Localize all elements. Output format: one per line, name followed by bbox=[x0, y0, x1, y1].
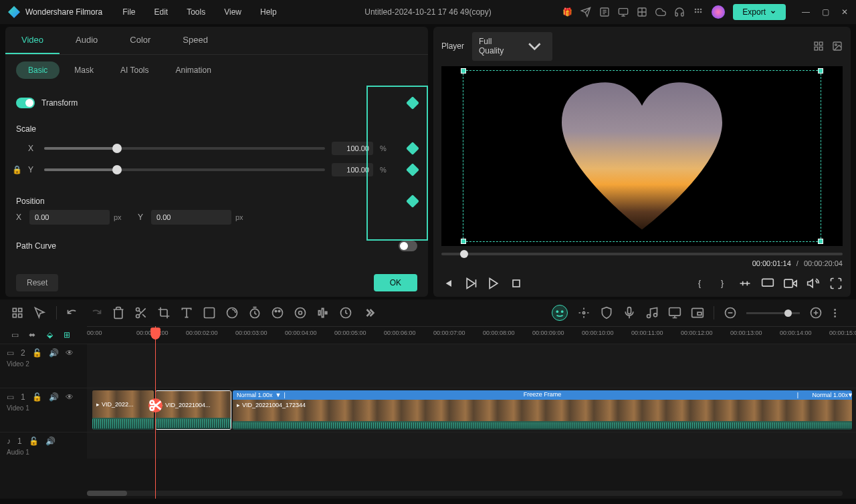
track-lock-icon[interactable]: 🔓 bbox=[32, 348, 42, 358]
tab-video[interactable]: Video bbox=[5, 27, 60, 54]
scale-x-input[interactable] bbox=[332, 142, 373, 155]
track-visibility-icon[interactable]: 👁 bbox=[66, 392, 74, 402]
preview-viewport[interactable] bbox=[441, 66, 843, 246]
desktop-icon[interactable] bbox=[618, 7, 629, 17]
prev-frame-button[interactable] bbox=[441, 277, 455, 290]
reset-button[interactable]: Reset bbox=[16, 274, 58, 291]
text-icon[interactable] bbox=[180, 306, 193, 320]
track-content-video-1[interactable]: ▸VID_2022... ▸VID_20221004... Normal 1.0… bbox=[87, 388, 856, 432]
select-tool-icon[interactable] bbox=[11, 306, 24, 320]
redo-icon[interactable] bbox=[89, 306, 102, 320]
clip-2-selected[interactable]: ▸VID_20221004... bbox=[155, 390, 231, 430]
sparkle-icon[interactable] bbox=[577, 306, 591, 320]
crop-icon[interactable] bbox=[157, 306, 171, 320]
zoom-out-icon[interactable] bbox=[724, 306, 737, 320]
track-lock-icon[interactable]: 🔓 bbox=[29, 436, 39, 446]
effects-icon[interactable] bbox=[225, 306, 239, 320]
gift-icon[interactable]: 🎁 bbox=[562, 7, 572, 17]
shape-icon[interactable] bbox=[203, 306, 216, 320]
path-curve-toggle[interactable] bbox=[399, 241, 417, 251]
zoom-in-icon[interactable] bbox=[809, 306, 823, 320]
send-icon[interactable] bbox=[580, 7, 591, 17]
position-keyframe[interactable] bbox=[406, 195, 419, 208]
stop-button[interactable] bbox=[510, 277, 523, 290]
lock-icon[interactable]: 🔒 bbox=[12, 165, 21, 174]
subtab-animation[interactable]: Animation bbox=[163, 61, 223, 79]
monitor-tool-icon[interactable] bbox=[668, 306, 681, 320]
menu-view[interactable]: View bbox=[217, 5, 248, 19]
shield-icon[interactable] bbox=[600, 306, 613, 320]
zoom-slider[interactable] bbox=[746, 312, 800, 314]
cut-icon[interactable] bbox=[134, 306, 148, 320]
pip-icon[interactable] bbox=[691, 306, 704, 320]
next-frame-button[interactable] bbox=[487, 277, 500, 290]
scale-y-keyframe[interactable] bbox=[406, 163, 419, 176]
avatar-icon[interactable] bbox=[712, 5, 725, 19]
subtab-aitools[interactable]: AI Tools bbox=[108, 61, 160, 79]
track-mute-icon[interactable]: 🔊 bbox=[45, 436, 56, 446]
fullscreen-icon[interactable] bbox=[829, 277, 843, 290]
pos-x-input[interactable] bbox=[29, 210, 110, 225]
track-mute-icon[interactable]: 🔊 bbox=[49, 348, 59, 358]
scale-y-slider[interactable] bbox=[44, 168, 325, 171]
timeline-scrollbar[interactable] bbox=[87, 491, 843, 496]
color-picker-icon[interactable] bbox=[294, 306, 307, 320]
tab-color[interactable]: Color bbox=[114, 27, 167, 54]
pointer-tool-icon[interactable] bbox=[33, 306, 47, 320]
pos-y-input[interactable] bbox=[151, 210, 231, 225]
scale-y-input[interactable] bbox=[332, 163, 373, 176]
track-mute-icon[interactable]: 🔊 bbox=[49, 392, 59, 402]
menu-edit[interactable]: Edit bbox=[148, 5, 175, 19]
subtab-mask[interactable]: Mask bbox=[62, 61, 106, 79]
mic-icon[interactable] bbox=[623, 306, 636, 320]
minimize-icon[interactable]: — bbox=[802, 7, 810, 17]
music-icon[interactable] bbox=[645, 306, 659, 320]
monitor-icon[interactable] bbox=[761, 277, 774, 290]
brace-open-icon[interactable]: { bbox=[693, 277, 706, 290]
list-icon[interactable] bbox=[599, 7, 610, 17]
image-icon[interactable] bbox=[832, 41, 843, 51]
clip-main[interactable]: Normal 1.00x▼ | Freeze Frame | Normal 1.… bbox=[233, 390, 852, 430]
headphones-icon[interactable] bbox=[674, 7, 685, 17]
cloud-icon[interactable] bbox=[655, 7, 666, 17]
volume-icon[interactable] bbox=[807, 277, 820, 290]
snap-icon[interactable]: ⊞ bbox=[62, 330, 72, 340]
brace-close-icon[interactable]: } bbox=[716, 277, 729, 290]
apps-icon[interactable] bbox=[693, 7, 704, 17]
clock-icon[interactable] bbox=[339, 306, 352, 320]
delete-icon[interactable] bbox=[112, 306, 125, 320]
close-icon[interactable]: ✕ bbox=[841, 7, 848, 17]
audio-icon[interactable] bbox=[316, 306, 330, 320]
ai-button[interactable] bbox=[552, 305, 568, 321]
playback-progress[interactable] bbox=[441, 253, 843, 255]
link-icon[interactable]: ⬌ bbox=[27, 330, 37, 340]
magnet-icon[interactable]: ⬙ bbox=[44, 330, 55, 340]
menu-tools[interactable]: Tools bbox=[180, 5, 212, 19]
undo-icon[interactable] bbox=[66, 306, 80, 320]
scale-x-keyframe[interactable] bbox=[406, 142, 419, 155]
layout-icon[interactable] bbox=[637, 7, 647, 17]
track-visibility-icon[interactable]: 👁 bbox=[66, 348, 74, 358]
more-tools-icon[interactable] bbox=[362, 306, 375, 320]
tab-audio[interactable]: Audio bbox=[60, 27, 114, 54]
tab-speed[interactable]: Speed bbox=[167, 27, 224, 54]
clip-1[interactable]: ▸VID_2022... bbox=[92, 390, 154, 430]
time-ruler[interactable]: 00:0000:00:01:0000:00:02:0000:00:03:0000… bbox=[87, 326, 856, 344]
play-button[interactable] bbox=[464, 277, 477, 290]
track-content-audio-1[interactable] bbox=[87, 432, 856, 459]
track-options-icon[interactable] bbox=[832, 306, 845, 320]
palette-icon[interactable] bbox=[271, 306, 284, 320]
camera-icon[interactable] bbox=[784, 277, 797, 290]
split-at-playhead-icon[interactable] bbox=[148, 398, 163, 412]
menu-file[interactable]: File bbox=[116, 5, 142, 19]
quality-select[interactable]: Full Quality bbox=[472, 32, 552, 61]
track-lock-icon[interactable]: 🔓 bbox=[32, 392, 42, 402]
export-button[interactable]: Export bbox=[733, 4, 786, 20]
menu-help[interactable]: Help bbox=[253, 5, 284, 19]
transform-toggle[interactable] bbox=[16, 98, 35, 108]
marker-icon[interactable]: ▭ bbox=[9, 330, 20, 340]
ruler-icon[interactable] bbox=[738, 277, 752, 290]
playhead[interactable] bbox=[155, 326, 156, 499]
ok-button[interactable]: OK bbox=[374, 274, 417, 291]
scale-x-slider[interactable] bbox=[44, 147, 325, 150]
